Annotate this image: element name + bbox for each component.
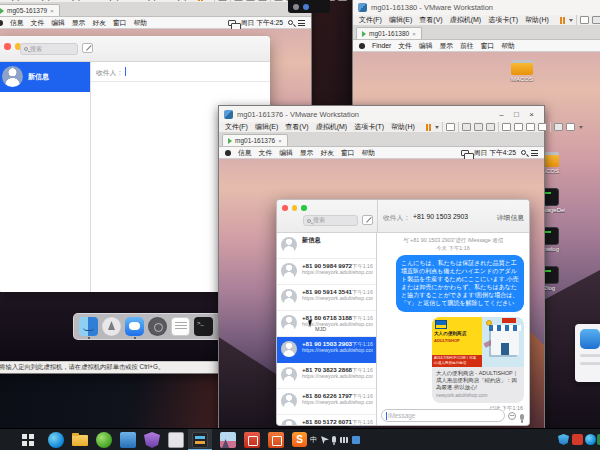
tray-red-icon[interactable] xyxy=(572,434,583,445)
macos-menu-item[interactable]: 窗口 xyxy=(113,18,127,28)
macos-menu-item[interactable]: 显示 xyxy=(439,41,453,51)
link-preview-card[interactable]: 大人の便利商店 ADULTISHOP ADULTISHOP.COM！日本の成人用… xyxy=(432,317,524,403)
vm-tab[interactable]: mg01-161376 × xyxy=(222,134,288,146)
macos-menu-item[interactable]: 编辑 xyxy=(279,148,293,158)
macos-menu-item[interactable]: 文件 xyxy=(31,18,45,28)
conversation-row[interactable]: 下午1:16 +81 80 6718 3188 https://newyork.… xyxy=(277,311,376,337)
messages-icon[interactable] xyxy=(125,317,144,336)
vm-tab[interactable]: mg05-161379 × xyxy=(0,4,60,16)
console-view-icon[interactable] xyxy=(554,123,563,131)
vmware-menu-item[interactable]: 文件(F) xyxy=(359,15,382,25)
tab-close-icon[interactable]: × xyxy=(278,138,282,144)
vmware-tools-icon[interactable] xyxy=(461,150,469,156)
minimize-icon[interactable] xyxy=(292,205,298,211)
macos-menu-item[interactable]: 窗口 xyxy=(481,41,495,51)
macos-menu-item[interactable]: 编辑 xyxy=(51,18,65,28)
photos-icon[interactable] xyxy=(220,432,236,448)
finder-icon[interactable] xyxy=(79,317,98,336)
search-input[interactable]: 搜索 xyxy=(20,43,78,55)
file-explorer-icon[interactable] xyxy=(72,435,88,446)
macos-menu-item[interactable]: 好友 xyxy=(92,18,106,28)
macos-menu-item[interactable]: 信息 xyxy=(238,148,252,158)
vmware-menu-item[interactable]: 帮助(H) xyxy=(525,15,549,25)
vmware-menu-item[interactable]: 文件(F) xyxy=(225,122,248,132)
to-field[interactable]: 收件人： xyxy=(91,62,270,82)
vmware-menu-item[interactable]: 文件(F) xyxy=(0,0,20,2)
conversation-row[interactable]: 新信息 xyxy=(0,62,90,92)
stretch-view-icon[interactable] xyxy=(566,123,575,131)
vmware-window-center[interactable]: mg01-161376 - VMware Workstation – □ × 文… xyxy=(218,105,545,448)
vmware-menu-item[interactable]: 编辑(E) xyxy=(27,0,50,2)
edge-icon[interactable] xyxy=(48,432,64,448)
conversation-row[interactable]: 下午1:16 +81 80 6226 1797 https://newyork.… xyxy=(277,389,376,415)
tab-close-icon[interactable]: × xyxy=(50,8,54,14)
macos-menu-item[interactable]: 信息 xyxy=(10,18,24,28)
textedit-icon[interactable] xyxy=(171,317,190,336)
compose-button[interactable] xyxy=(82,43,93,53)
snapshot-take-icon[interactable] xyxy=(462,123,471,131)
suspend-button[interactable] xyxy=(426,124,431,131)
snapshot-revert-icon[interactable] xyxy=(474,123,483,131)
show-thumbnail-icon[interactable] xyxy=(514,123,523,131)
close-button[interactable]: × xyxy=(524,110,539,119)
vmware-menu-item[interactable]: 选项卡(T) xyxy=(354,122,384,132)
message-input[interactable]: iMessage xyxy=(381,409,505,422)
minimize-button[interactable]: – xyxy=(494,110,509,119)
tray-shield-icon[interactable] xyxy=(558,434,569,445)
snapshot-manager-icon[interactable] xyxy=(258,0,267,1)
tab-close-icon[interactable]: × xyxy=(412,31,416,37)
macos-menu-item[interactable]: 文件 xyxy=(259,148,273,158)
vmware-menu-item[interactable]: 编辑(E) xyxy=(389,15,412,25)
spotlight-search-icon[interactable] xyxy=(288,20,293,25)
conversation-list[interactable]: 新信息 下午1:16 +81 90 5984 9972 https://newy… xyxy=(277,233,377,425)
macos-menu-item[interactable]: 窗口 xyxy=(341,148,355,158)
macos-menu-item[interactable]: 帮助 xyxy=(501,41,515,51)
vmware-menu-item[interactable]: 查看(V) xyxy=(285,122,308,132)
start-button[interactable] xyxy=(20,432,36,448)
app-box-icon[interactable] xyxy=(168,432,184,448)
sogou-toolbox-icon[interactable] xyxy=(352,436,360,444)
snapshot-manager-icon[interactable] xyxy=(486,123,495,131)
macos-menu-item[interactable]: 显示 xyxy=(300,148,314,158)
window-titlebar[interactable]: mg01-161380 - VMware Workstation xyxy=(353,0,600,15)
background-app-window[interactable] xyxy=(575,324,600,382)
app-blue-icon[interactable] xyxy=(120,432,136,448)
conversation-row[interactable]: 下午1:16 +81 90 1503 2903 https://newyork.… xyxy=(277,337,376,363)
system-preferences-icon[interactable] xyxy=(148,317,167,336)
vmware-menu-item[interactable]: 选项卡(T) xyxy=(126,0,156,2)
sogou-input-icon[interactable]: S xyxy=(292,432,307,447)
close-icon[interactable] xyxy=(282,205,288,211)
tray-edge-icon[interactable] xyxy=(585,434,596,445)
vmware-menu-item[interactable]: 选项卡(T) xyxy=(488,15,518,25)
conversation-row[interactable]: 下午1:16 +81 90 5984 9972 https://newyork.… xyxy=(277,259,376,285)
snapshot-take-icon[interactable] xyxy=(234,0,243,1)
menubar-clock[interactable]: 周日 下午4:25 xyxy=(241,18,283,28)
shield-purple-icon[interactable] xyxy=(144,432,160,448)
conversation-row[interactable]: 下午1:16 +81 80 5172 6071 xyxy=(277,415,376,425)
grab-input-icon[interactable] xyxy=(580,16,589,24)
vmware-tools-icon[interactable] xyxy=(228,20,236,26)
snapshot-take-icon[interactable] xyxy=(592,16,600,24)
macos-menu-item[interactable]: 编辑 xyxy=(419,41,433,51)
windows-taskbar[interactable]: S 中 xyxy=(0,428,600,450)
maximize-button[interactable]: □ xyxy=(509,110,524,119)
keyboard-icon[interactable] xyxy=(340,437,348,443)
suspend-dropdown-icon[interactable] xyxy=(569,19,573,22)
macos-menu-item[interactable]: 显示 xyxy=(72,18,86,28)
macos-menu-item[interactable]: 前往 xyxy=(460,41,474,51)
fullscreen-icon[interactable] xyxy=(526,123,535,131)
vmware-menu-item[interactable]: 编辑(E) xyxy=(255,122,278,132)
vmware-menu-item[interactable]: 虚拟机(M) xyxy=(450,15,482,25)
apple-menu-icon[interactable] xyxy=(0,20,3,26)
apple-menu-icon[interactable] xyxy=(225,150,231,156)
show-library-icon[interactable] xyxy=(502,123,511,131)
vmware-menu-item[interactable]: 查看(V) xyxy=(419,15,442,25)
details-button[interactable]: 详细信息 xyxy=(497,213,524,223)
macos-menu-item[interactable]: Finder xyxy=(372,42,391,49)
notification-center-icon[interactable] xyxy=(298,20,305,26)
apple-menu-icon[interactable] xyxy=(359,43,365,49)
vmware-taskbar-active[interactable] xyxy=(188,429,212,450)
window-titlebar[interactable]: mg01-161376 - VMware Workstation – □ × xyxy=(219,106,544,122)
macos-menu-item[interactable]: 帮助 xyxy=(134,18,148,28)
vm-tab[interactable]: mg01-161380 × xyxy=(356,27,422,39)
